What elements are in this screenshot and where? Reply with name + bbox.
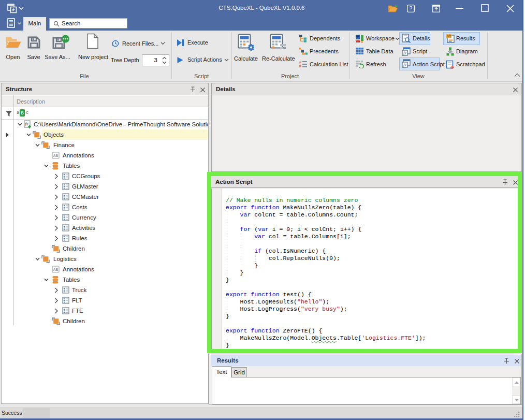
- svg-text:AB: AB: [53, 154, 59, 157]
- svg-text:AB: AB: [53, 268, 59, 271]
- svg-text:fx: fx: [403, 63, 406, 67]
- svg-text:ab: ab: [447, 34, 451, 38]
- svg-text:fx: fx: [403, 51, 406, 55]
- svg-text:fx: fx: [25, 121, 28, 126]
